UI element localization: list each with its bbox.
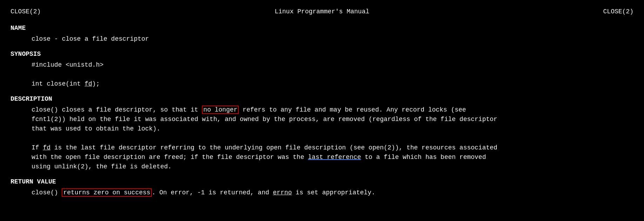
- description-para2-line1-mid: is the last file descriptor referring to…: [50, 144, 497, 151]
- return-value-content: close() returns zero on success. On erro…: [32, 188, 633, 197]
- header-center: Linux Programmer's Manual: [274, 7, 369, 16]
- return-value-after: . On error, -1 is returned, and: [152, 189, 273, 196]
- section-name-title: NAME: [11, 24, 633, 33]
- section-return-value-title: RETURN VALUE: [11, 177, 633, 187]
- synopsis-include: #include <unistd.h>: [32, 60, 633, 70]
- return-value-before: close(): [32, 189, 62, 196]
- section-synopsis: SYNOPSIS #include <unistd.h> int close(i…: [11, 49, 633, 89]
- return-value-errno: errno: [273, 189, 292, 196]
- header-right: CLOSE(2): [603, 7, 633, 16]
- man-page-header: CLOSE(2) Linux Programmer's Manual CLOSE…: [11, 7, 633, 16]
- section-return-value: RETURN VALUE close() returns zero on suc…: [11, 177, 633, 197]
- return-value-highlight: returns zero on success: [62, 188, 151, 197]
- description-para2-line2-after: to a file which has been removed: [361, 154, 486, 161]
- section-name: NAME close - close a file descriptor: [11, 24, 633, 44]
- section-description-title: DESCRIPTION: [11, 94, 633, 104]
- description-para1-after: refers to any file and may be reused. An…: [239, 106, 466, 113]
- section-name-content: close - close a file descriptor: [11, 34, 633, 44]
- description-para2-line2: with the open file description are freed…: [32, 153, 633, 162]
- description-para1-line2: fcntl(2)) held on the file it was associ…: [32, 115, 633, 124]
- description-para1-line1: close() closes a file descriptor, so tha…: [32, 105, 633, 115]
- return-value-end: is set appropriately.: [292, 189, 375, 196]
- synopsis-signature: int close(int fd);: [32, 79, 633, 89]
- description-para1-line3: that was used to obtain the lock).: [32, 124, 633, 134]
- description-para1-before: close() closes a file descriptor, so tha…: [32, 106, 202, 113]
- description-para2-line3: using unlink(2), the file is deleted.: [32, 162, 633, 172]
- description-para2-line2-before: with the open file description are freed…: [32, 154, 308, 161]
- section-synopsis-title: SYNOPSIS: [11, 49, 633, 59]
- description-if: If: [32, 144, 43, 151]
- description-last-reference-highlight: last reference: [308, 154, 361, 161]
- description-no-longer-highlight: no longer: [202, 106, 239, 114]
- description-fd-underline: fd: [43, 144, 50, 151]
- synopsis-fd: fd: [84, 80, 92, 87]
- header-left: CLOSE(2): [11, 7, 41, 16]
- description-para2-line1: If fd is the last file descriptor referr…: [32, 143, 633, 153]
- section-description: DESCRIPTION close() closes a file descri…: [11, 94, 633, 172]
